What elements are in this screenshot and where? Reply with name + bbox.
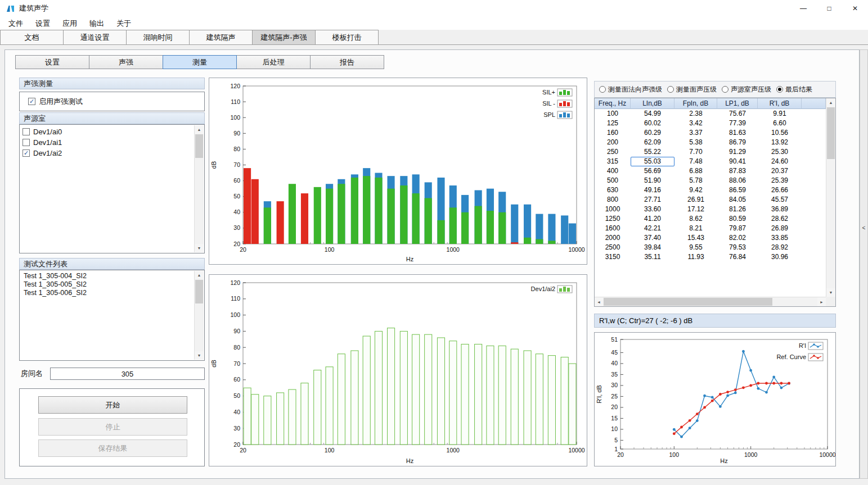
table-cell[interactable]: 3.37 — [674, 128, 717, 138]
table-cell[interactable]: 1600 — [595, 224, 631, 233]
table-row[interactable]: 50051.905.7888.0625.39 — [595, 176, 826, 185]
table-cell[interactable]: 51.90 — [631, 176, 674, 185]
test-file-item[interactable]: Test 1_305-004_SI2 — [20, 272, 194, 280]
table-cell[interactable]: 80.59 — [717, 214, 758, 224]
table-cell[interactable]: 82.02 — [717, 233, 758, 243]
table-cell[interactable]: 77.39 — [717, 119, 758, 128]
table-row[interactable]: 20062.095.3886.7913.92 — [595, 138, 826, 147]
table-cell[interactable]: 9.55 — [674, 243, 717, 252]
table-cell[interactable]: 54.99 — [631, 109, 674, 119]
table-cell[interactable]: 84.05 — [717, 195, 758, 205]
table-cell[interactable]: 60.29 — [631, 128, 674, 138]
table-cell[interactable]: 2000 — [595, 233, 631, 243]
table-cell[interactable]: 1250 — [595, 214, 631, 224]
result-view-radio[interactable]: 测量面法向声强级 — [599, 85, 662, 94]
table-cell[interactable]: 26.89 — [758, 224, 802, 233]
table-row[interactable]: 100033.6017.1281.2636.89 — [595, 205, 826, 214]
table-vertical-scrollbar[interactable] — [826, 98, 835, 297]
table-cell[interactable]: 26.91 — [674, 195, 717, 205]
channel-list-scrollbar[interactable] — [194, 125, 204, 252]
table-cell[interactable]: 7.70 — [674, 147, 717, 157]
doc-tab[interactable]: 建筑隔声-声强 — [252, 30, 316, 44]
doc-tab[interactable]: 通道设置 — [63, 30, 127, 44]
stop-button[interactable]: 停止 — [38, 418, 187, 436]
table-cell[interactable]: 87.83 — [717, 166, 758, 176]
table-cell[interactable]: 55.03 — [631, 157, 674, 166]
table-cell[interactable]: 5.78 — [674, 176, 717, 185]
table-row[interactable]: 80027.7126.9184.0545.57 — [595, 195, 826, 205]
table-cell[interactable]: 27.71 — [631, 195, 674, 205]
table-row[interactable]: 250039.849.5579.5328.92 — [595, 243, 826, 252]
table-row[interactable]: 63049.169.4286.5926.66 — [595, 185, 826, 195]
table-cell[interactable]: 55.22 — [631, 147, 674, 157]
table-cell[interactable]: 20.37 — [758, 166, 802, 176]
table-cell[interactable]: 13.92 — [758, 138, 802, 147]
table-cell[interactable]: 7.48 — [674, 157, 717, 166]
table-cell[interactable]: 90.41 — [717, 157, 758, 166]
table-cell[interactable]: 25.30 — [758, 147, 802, 157]
result-view-radio[interactable]: 声源室声压级 — [722, 85, 771, 94]
sub-tab[interactable]: 设置 — [15, 55, 89, 69]
table-row[interactable]: 200037.4015.4382.0233.85 — [595, 233, 826, 243]
save-results-button[interactable]: 保存结果 — [38, 439, 187, 457]
sub-tab[interactable]: 后处理 — [236, 55, 311, 69]
checkbox-icon[interactable] — [23, 128, 30, 135]
file-list-scrollbar[interactable] — [194, 271, 204, 360]
table-cell[interactable]: 8.62 — [674, 214, 717, 224]
table-cell[interactable]: 9.42 — [674, 185, 717, 195]
channel-item[interactable]: Dev1/ai2 — [20, 148, 194, 158]
table-cell[interactable]: 49.16 — [631, 185, 674, 195]
sub-tab[interactable]: 声强 — [89, 55, 163, 69]
result-view-radio[interactable]: 测量面声压级 — [667, 85, 717, 94]
doc-tab[interactable]: 文档 — [0, 30, 64, 44]
table-cell[interactable]: 86.79 — [717, 138, 758, 147]
table-cell[interactable]: 60.02 — [631, 119, 674, 128]
table-cell[interactable]: 17.12 — [674, 205, 717, 214]
table-cell[interactable]: 3150 — [595, 252, 631, 262]
table-row[interactable]: 125041.208.6280.5928.62 — [595, 214, 826, 224]
table-cell[interactable]: 315 — [595, 157, 631, 166]
table-row[interactable]: 12560.023.4277.396.60 — [595, 119, 826, 128]
table-cell[interactable]: 79.53 — [717, 243, 758, 252]
table-cell[interactable]: 250 — [595, 147, 631, 157]
table-cell[interactable]: 62.09 — [631, 138, 674, 147]
table-cell[interactable]: 2500 — [595, 243, 631, 252]
table-cell[interactable]: 28.92 — [758, 243, 802, 252]
table-cell[interactable]: 86.59 — [717, 185, 758, 195]
channel-item[interactable]: Dev1/ai0 — [20, 126, 194, 137]
table-cell[interactable]: 36.89 — [758, 205, 802, 214]
table-cell[interactable]: 56.69 — [631, 166, 674, 176]
start-button[interactable]: 开始 — [38, 396, 187, 414]
table-cell[interactable]: 6.88 — [674, 166, 717, 176]
result-view-radio[interactable]: 最后结果 — [776, 85, 812, 94]
table-row[interactable]: 16060.293.3781.6310.56 — [595, 128, 826, 138]
scroll-up-icon[interactable] — [195, 271, 204, 279]
enable-intensity-checkbox[interactable]: 启用声强测试 — [26, 96, 85, 107]
table-cell[interactable]: 400 — [595, 166, 631, 176]
table-cell[interactable]: 200 — [595, 138, 631, 147]
table-row[interactable]: 10054.992.3875.679.91 — [595, 109, 826, 119]
table-cell[interactable]: 88.06 — [717, 176, 758, 185]
table-cell[interactable]: 75.67 — [717, 109, 758, 119]
menu-item[interactable]: 关于 — [110, 17, 137, 30]
table-cell[interactable]: 42.21 — [631, 224, 674, 233]
scroll-left-icon[interactable] — [595, 297, 603, 306]
table-cell[interactable]: 800 — [595, 195, 631, 205]
scroll-thumb[interactable] — [604, 298, 772, 306]
table-cell[interactable]: 28.62 — [758, 214, 802, 224]
scroll-down-icon[interactable] — [195, 351, 204, 360]
table-cell[interactable]: 81.63 — [717, 128, 758, 138]
channel-item[interactable]: Dev1/ai1 — [20, 137, 194, 148]
table-cell[interactable]: 45.57 — [758, 195, 802, 205]
menu-item[interactable]: 文件 — [2, 17, 29, 30]
sub-tab[interactable]: 报告 — [310, 55, 384, 69]
scroll-up-icon[interactable] — [195, 125, 204, 134]
table-cell[interactable]: 11.93 — [674, 252, 717, 262]
table-cell[interactable]: 3.42 — [674, 119, 717, 128]
table-cell[interactable]: 35.11 — [631, 252, 674, 262]
menu-item[interactable]: 设置 — [29, 17, 56, 30]
table-cell[interactable]: 33.85 — [758, 233, 802, 243]
table-row[interactable]: 31555.037.4890.4124.60 — [595, 157, 826, 166]
table-cell[interactable]: 125 — [595, 119, 631, 128]
table-cell[interactable]: 8.21 — [674, 224, 717, 233]
